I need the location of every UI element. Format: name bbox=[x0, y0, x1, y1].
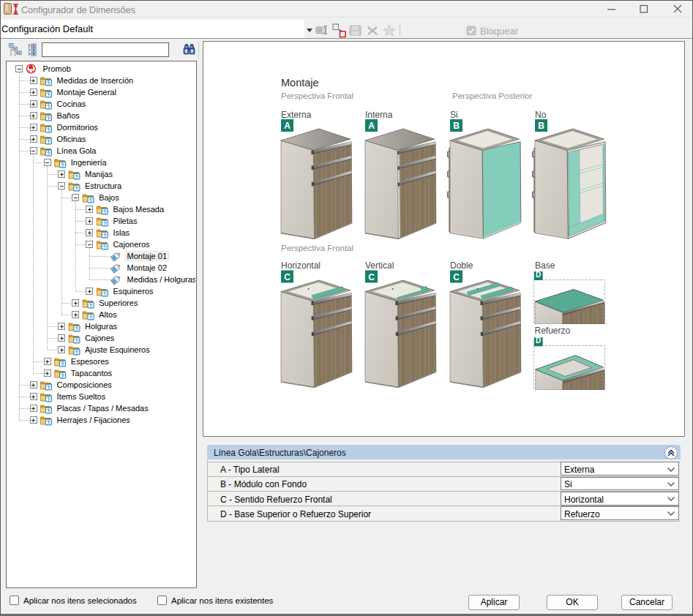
svg-text:Montaje 02: Montaje 02 bbox=[127, 263, 167, 272]
svg-text:Cajoneros: Cajoneros bbox=[113, 240, 150, 249]
svg-text:Esquineros: Esquineros bbox=[113, 287, 154, 296]
svg-text:No: No bbox=[535, 110, 547, 120]
svg-text:Superiores: Superiores bbox=[99, 298, 138, 307]
svg-text:B: B bbox=[538, 121, 544, 131]
svg-text:Baños: Baños bbox=[57, 111, 80, 120]
svg-text:D: D bbox=[536, 337, 541, 345]
svg-text:Placas / Tapas / Mesadas: Placas / Tapas / Mesadas bbox=[57, 404, 149, 413]
svg-text:Montaje: Montaje bbox=[281, 77, 319, 89]
svg-text:D: D bbox=[536, 271, 541, 279]
svg-text:Espesores: Espesores bbox=[71, 357, 109, 366]
svg-text:B: B bbox=[453, 121, 460, 131]
svg-text:Herrajes / Fijaciones: Herrajes / Fijaciones bbox=[57, 416, 131, 424]
svg-text:Montaje 01: Montaje 01 bbox=[127, 252, 167, 260]
svg-text:Externa: Externa bbox=[281, 110, 312, 120]
svg-text:Perspectiva Frontal: Perspectiva Frontal bbox=[281, 91, 353, 100]
svg-text:Cocinas: Cocinas bbox=[57, 99, 86, 108]
svg-text:Si: Si bbox=[450, 110, 458, 120]
svg-text:Bajos Mesada: Bajos Mesada bbox=[113, 205, 165, 214]
svg-text:Medidas / Holguras: Medidas / Holguras bbox=[127, 275, 195, 284]
svg-text:Bajos: Bajos bbox=[99, 193, 119, 202]
svg-text:Piletas: Piletas bbox=[113, 217, 138, 225]
svg-text:Oficinas: Oficinas bbox=[57, 135, 86, 143]
svg-text:Perspectiva Posterior: Perspectiva Posterior bbox=[452, 91, 532, 100]
svg-text:Montaje General: Montaje General bbox=[57, 88, 116, 97]
svg-text:Holguras: Holguras bbox=[85, 322, 118, 331]
svg-text:Ítems Sueltos: Ítems Sueltos bbox=[57, 392, 106, 401]
svg-text:C: C bbox=[368, 272, 375, 282]
svg-text:A: A bbox=[284, 121, 291, 131]
svg-text:Medidas de Inserción: Medidas de Inserción bbox=[57, 76, 134, 85]
svg-text:Cajones: Cajones bbox=[85, 334, 115, 342]
svg-text:A: A bbox=[368, 121, 375, 131]
svg-text:Vertical: Vertical bbox=[365, 260, 394, 271]
svg-text:Base: Base bbox=[535, 260, 555, 271]
svg-text:Promob: Promob bbox=[42, 64, 71, 73]
svg-text:Horizontal: Horizontal bbox=[281, 260, 321, 271]
svg-text:Perspectiva Frontal: Perspectiva Frontal bbox=[281, 244, 353, 252]
svg-text:Altos: Altos bbox=[99, 310, 117, 319]
svg-text:Ingeniería: Ingeniería bbox=[71, 158, 108, 167]
svg-text:Dormitorios: Dormitorios bbox=[57, 123, 99, 132]
svg-text:Línea Gola: Línea Gola bbox=[57, 146, 97, 155]
svg-text:C: C bbox=[284, 272, 291, 282]
svg-text:Ajuste Esquineros: Ajuste Esquineros bbox=[85, 345, 150, 354]
svg-text:Islas: Islas bbox=[113, 228, 130, 237]
svg-text:Tapacantos: Tapacantos bbox=[71, 369, 113, 378]
svg-text:Doble: Doble bbox=[450, 260, 473, 271]
svg-text:Refuerzo: Refuerzo bbox=[535, 326, 571, 336]
svg-text:C: C bbox=[453, 272, 460, 282]
svg-text:Estructura: Estructura bbox=[85, 181, 122, 190]
svg-text:Composiciones: Composiciones bbox=[57, 380, 113, 389]
svg-text:Interna: Interna bbox=[365, 110, 393, 120]
svg-text:Manijas: Manijas bbox=[85, 170, 113, 179]
